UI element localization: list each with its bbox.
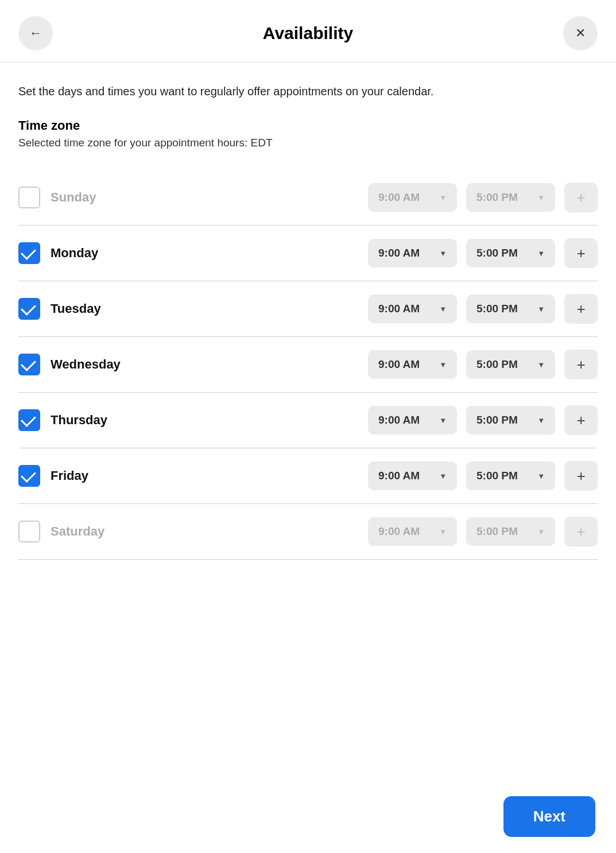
checkbox-thursday[interactable]	[18, 409, 40, 431]
day-label-sunday: Sunday	[51, 190, 96, 205]
footer: Next	[0, 780, 616, 853]
header: ← Availability ✕	[0, 0, 616, 63]
start-time-arrow-monday: ▼	[439, 249, 447, 258]
end-time-value-sunday: 5:00 PM	[476, 191, 518, 204]
description-text: Set the days and times you want to regul…	[18, 83, 598, 100]
day-checkbox-wrap-thursday: Thursday	[18, 409, 168, 431]
day-checkbox-wrap-saturday: Saturday	[18, 521, 168, 542]
add-slot-button-thursday[interactable]: +	[564, 405, 598, 435]
start-time-value-sunday: 9:00 AM	[378, 191, 420, 204]
end-time-arrow-monday: ▼	[537, 249, 545, 258]
time-controls-wednesday: 9:00 AM ▼ 5:00 PM ▼ +	[168, 350, 598, 379]
back-button[interactable]: ←	[18, 16, 53, 51]
time-controls-monday: 9:00 AM ▼ 5:00 PM ▼ +	[168, 238, 598, 268]
time-controls-friday: 9:00 AM ▼ 5:00 PM ▼ +	[168, 461, 598, 491]
start-time-thursday[interactable]: 9:00 AM ▼	[368, 406, 457, 435]
day-checkbox-wrap-sunday: Sunday	[18, 187, 168, 208]
page-title: Availability	[263, 24, 353, 43]
close-button[interactable]: ✕	[563, 16, 598, 51]
end-time-sunday[interactable]: 5:00 PM ▼	[466, 183, 555, 212]
start-time-value-tuesday: 9:00 AM	[378, 303, 420, 315]
add-slot-button-monday[interactable]: +	[564, 238, 598, 268]
start-time-value-saturday: 9:00 AM	[378, 525, 420, 538]
start-time-wednesday[interactable]: 9:00 AM ▼	[368, 350, 457, 379]
start-time-sunday[interactable]: 9:00 AM ▼	[368, 183, 457, 212]
start-time-value-wednesday: 9:00 AM	[378, 358, 420, 371]
start-time-arrow-saturday: ▼	[439, 528, 447, 536]
end-time-value-thursday: 5:00 PM	[476, 414, 518, 426]
day-row-wednesday: Wednesday 9:00 AM ▼ 5:00 PM ▼ +	[18, 337, 598, 393]
time-controls-tuesday: 9:00 AM ▼ 5:00 PM ▼ +	[168, 294, 598, 324]
end-time-arrow-thursday: ▼	[537, 416, 545, 425]
start-time-value-thursday: 9:00 AM	[378, 414, 420, 426]
day-label-wednesday: Wednesday	[51, 357, 121, 372]
checkbox-friday[interactable]	[18, 465, 40, 487]
checkbox-saturday[interactable]	[18, 521, 40, 542]
start-time-saturday[interactable]: 9:00 AM ▼	[368, 517, 457, 546]
end-time-friday[interactable]: 5:00 PM ▼	[466, 462, 555, 490]
day-checkbox-wrap-tuesday: Tuesday	[18, 298, 168, 320]
end-time-arrow-tuesday: ▼	[537, 305, 545, 313]
end-time-value-saturday: 5:00 PM	[476, 525, 518, 538]
time-controls-sunday: 9:00 AM ▼ 5:00 PM ▼ +	[168, 183, 598, 212]
day-checkbox-wrap-monday: Monday	[18, 242, 168, 264]
day-label-tuesday: Tuesday	[51, 301, 101, 316]
day-row-monday: Monday 9:00 AM ▼ 5:00 PM ▼ +	[18, 226, 598, 281]
time-controls-thursday: 9:00 AM ▼ 5:00 PM ▼ +	[168, 405, 598, 435]
end-time-arrow-sunday: ▼	[537, 193, 545, 202]
day-label-monday: Monday	[51, 246, 98, 261]
checkbox-wednesday[interactable]	[18, 354, 40, 375]
timezone-subtitle: Selected time zone for your appointment …	[18, 137, 598, 149]
end-time-arrow-friday: ▼	[537, 472, 545, 480]
end-time-value-friday: 5:00 PM	[476, 470, 518, 482]
end-time-value-wednesday: 5:00 PM	[476, 358, 518, 371]
start-time-friday[interactable]: 9:00 AM ▼	[368, 462, 457, 490]
start-time-arrow-friday: ▼	[439, 472, 447, 480]
add-slot-button-friday[interactable]: +	[564, 461, 598, 491]
day-label-thursday: Thursday	[51, 413, 107, 428]
checkbox-sunday[interactable]	[18, 187, 40, 208]
start-time-monday[interactable]: 9:00 AM ▼	[368, 239, 457, 267]
timezone-title: Time zone	[18, 118, 598, 133]
start-time-value-monday: 9:00 AM	[378, 247, 420, 259]
days-list: Sunday 9:00 AM ▼ 5:00 PM ▼ + Monday	[18, 170, 598, 560]
end-time-saturday[interactable]: 5:00 PM ▼	[466, 517, 555, 546]
time-controls-saturday: 9:00 AM ▼ 5:00 PM ▼ +	[168, 517, 598, 546]
day-checkbox-wrap-wednesday: Wednesday	[18, 354, 168, 375]
start-time-arrow-thursday: ▼	[439, 416, 447, 425]
day-label-friday: Friday	[51, 468, 88, 483]
end-time-value-tuesday: 5:00 PM	[476, 303, 518, 315]
day-row-sunday: Sunday 9:00 AM ▼ 5:00 PM ▼ +	[18, 170, 598, 226]
start-time-arrow-wednesday: ▼	[439, 360, 447, 369]
add-slot-button-saturday: +	[564, 517, 598, 546]
end-time-arrow-wednesday: ▼	[537, 360, 545, 369]
day-row-tuesday: Tuesday 9:00 AM ▼ 5:00 PM ▼ +	[18, 281, 598, 337]
add-slot-button-tuesday[interactable]: +	[564, 294, 598, 324]
end-time-tuesday[interactable]: 5:00 PM ▼	[466, 294, 555, 323]
add-slot-button-wednesday[interactable]: +	[564, 350, 598, 379]
start-time-arrow-tuesday: ▼	[439, 305, 447, 313]
day-row-friday: Friday 9:00 AM ▼ 5:00 PM ▼ +	[18, 448, 598, 504]
start-time-arrow-sunday: ▼	[439, 193, 447, 202]
add-slot-button-sunday: +	[564, 183, 598, 212]
day-row-thursday: Thursday 9:00 AM ▼ 5:00 PM ▼ +	[18, 393, 598, 448]
checkbox-monday[interactable]	[18, 242, 40, 264]
checkbox-tuesday[interactable]	[18, 298, 40, 320]
start-time-tuesday[interactable]: 9:00 AM ▼	[368, 294, 457, 323]
timezone-section: Time zone Selected time zone for your ap…	[18, 118, 598, 149]
main-content: Set the days and times you want to regul…	[0, 63, 616, 640]
end-time-monday[interactable]: 5:00 PM ▼	[466, 239, 555, 267]
end-time-wednesday[interactable]: 5:00 PM ▼	[466, 350, 555, 379]
end-time-arrow-saturday: ▼	[537, 528, 545, 536]
day-label-saturday: Saturday	[51, 524, 104, 539]
start-time-value-friday: 9:00 AM	[378, 470, 420, 482]
day-row-saturday: Saturday 9:00 AM ▼ 5:00 PM ▼ +	[18, 504, 598, 560]
end-time-thursday[interactable]: 5:00 PM ▼	[466, 406, 555, 435]
next-button[interactable]: Next	[503, 796, 595, 837]
end-time-value-monday: 5:00 PM	[476, 247, 518, 259]
day-checkbox-wrap-friday: Friday	[18, 465, 168, 487]
